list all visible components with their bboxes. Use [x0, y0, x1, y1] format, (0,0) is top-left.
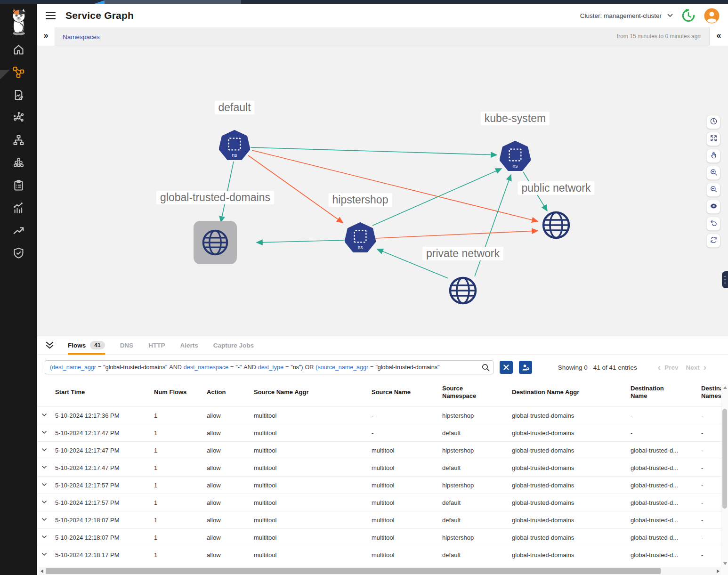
vertical-scroll-thumb[interactable]	[722, 409, 727, 509]
tab-flows[interactable]: Flows41	[68, 336, 105, 355]
row-expand-chevron-icon[interactable]	[41, 517, 48, 524]
expand-panel-button[interactable]: »	[37, 25, 55, 46]
graph-node-default[interactable]: default ns	[219, 130, 250, 161]
scroll-right-arrow[interactable]	[717, 569, 720, 573]
sidebar-item-endpoints[interactable]	[12, 134, 25, 146]
flows-table-header: Start TimeNum FlowsActionSource Name Agg…	[37, 379, 728, 406]
graph-node-hipstershop[interactable]: hipstershop ns	[345, 222, 376, 253]
row-expand-chevron-icon[interactable]	[41, 500, 48, 507]
user-gear-icon	[522, 364, 530, 372]
flow-row[interactable]: 5-10-2024 12:17:47 PM1allowmultitoolmult…	[37, 459, 728, 476]
tab-label: Capture Jobs	[213, 342, 254, 349]
flow-cell: global-trusted-d...	[631, 447, 701, 454]
prev-chevron-icon[interactable]: ‹	[658, 364, 661, 371]
filter-query-input[interactable]: (dest_name_aggr="global-trusted-domains"…	[45, 360, 493, 374]
next-chevron-icon[interactable]: ›	[704, 364, 706, 371]
clock-button[interactable]	[706, 115, 720, 129]
row-expand-chevron-icon[interactable]	[41, 552, 48, 559]
graph-controls	[706, 115, 720, 248]
scroll-up-arrow[interactable]	[723, 386, 727, 389]
horizontal-scroll-thumb[interactable]	[46, 568, 661, 574]
filter-token: dest_namespace	[184, 364, 228, 371]
browser-active-tab	[105, 0, 241, 4]
tab-dns[interactable]: DNS	[120, 336, 134, 355]
tab-alerts[interactable]: Alerts	[180, 336, 198, 355]
tab-capture-jobs[interactable]: Capture Jobs	[213, 336, 254, 355]
collapse-panel-down-icon[interactable]	[45, 341, 54, 350]
app-header: Service Graph Cluster: management-cluste…	[37, 4, 728, 27]
fit-screen-icon	[710, 134, 718, 144]
flow-cell: allow	[207, 499, 254, 506]
flow-cell: -	[372, 429, 442, 437]
column-header: Destination Name Aggr	[512, 389, 631, 396]
flow-row[interactable]: 5-10-2024 12:17:57 PM1allowmultitoolmult…	[37, 494, 728, 511]
table-horizontal-scrollbar[interactable]	[39, 567, 721, 575]
tab-label: HTTP	[148, 342, 165, 349]
row-expand-chevron-icon[interactable]	[41, 535, 48, 542]
menu-icon[interactable]	[46, 10, 56, 21]
avatar[interactable]	[704, 8, 720, 24]
flow-cell: -	[701, 412, 721, 419]
fit-screen-button[interactable]	[706, 132, 720, 146]
next-button[interactable]: Next	[686, 364, 699, 371]
sidebar-item-service-graph[interactable]	[12, 66, 25, 79]
flow-row[interactable]: 5-10-2024 12:17:57 PM1allowmultitoolmult…	[37, 476, 728, 494]
row-expand-chevron-icon[interactable]	[41, 447, 48, 454]
column-header: Action	[207, 389, 254, 396]
sidebar-item-clusters[interactable]	[12, 156, 25, 169]
graph-node-private-network[interactable]: private network	[448, 276, 477, 305]
pan-button[interactable]	[706, 149, 720, 163]
sidebar-item-timeline[interactable]	[12, 224, 25, 237]
flow-row[interactable]: 5-10-2024 12:18:17 PM1allowmultitoolmult…	[37, 546, 728, 563]
graph-node-kube-system[interactable]: kube-system ns	[500, 141, 531, 172]
prev-button[interactable]: Prev	[664, 364, 678, 371]
sidebar-item-dashboard-stats[interactable]	[12, 202, 25, 214]
flow-cell: default	[442, 517, 512, 524]
scroll-down-arrow[interactable]	[723, 562, 727, 565]
flow-row[interactable]: 5-10-2024 12:17:36 PM1allowmultitool-hip…	[37, 406, 728, 424]
row-expand-chevron-icon[interactable]	[41, 482, 48, 489]
flow-row[interactable]: 5-10-2024 12:17:47 PM1allowmultitool-def…	[37, 424, 728, 441]
cluster-selector[interactable]: Cluster: management-cluster	[580, 12, 673, 19]
graph-node-public-network[interactable]: public network	[542, 211, 571, 240]
zoom-out-button[interactable]	[706, 183, 720, 197]
visibility-button[interactable]	[706, 200, 720, 214]
flow-row[interactable]: 5-10-2024 12:18:07 PM1allowmultitoolmult…	[37, 511, 728, 528]
filter-settings-button[interactable]	[519, 361, 532, 374]
table-vertical-scrollbar[interactable]	[721, 384, 728, 567]
collapse-panel-button[interactable]: «	[709, 25, 728, 46]
clear-filter-button[interactable]	[500, 361, 513, 374]
sidebar-item-home[interactable]	[12, 43, 25, 56]
refresh-button[interactable]	[706, 234, 720, 248]
graph-node-global-trusted-domains[interactable]: global-trusted-domains	[194, 221, 237, 264]
row-expand-chevron-icon[interactable]	[41, 413, 48, 420]
breadcrumb[interactable]: Namespaces	[63, 33, 100, 40]
service-graph-canvas[interactable]: default nskube-system nshipstershop nsgl…	[37, 46, 728, 336]
browser-tab-accent	[89, 0, 105, 4]
sidebar-item-compliance[interactable]	[12, 179, 25, 192]
scroll-left-arrow[interactable]	[40, 569, 43, 573]
undo-button[interactable]	[706, 217, 720, 231]
sidebar-item-policies[interactable]	[12, 89, 25, 101]
tab-badge: 41	[90, 341, 105, 349]
row-expand-chevron-icon[interactable]	[41, 465, 48, 472]
flow-cell: multitool	[254, 534, 372, 541]
svg-text:ns: ns	[232, 153, 237, 158]
sidebar-item-flow-visualizer[interactable]	[12, 111, 25, 124]
row-expand-chevron-icon[interactable]	[41, 430, 48, 437]
history-icon[interactable]	[681, 8, 696, 23]
flow-cell: multitool	[254, 429, 372, 437]
column-header: Source Namespace	[442, 385, 512, 400]
side-panel-handle[interactable]	[722, 271, 728, 288]
flow-row[interactable]: 5-10-2024 12:17:47 PM1allowmultitoolmult…	[37, 441, 728, 459]
sidebar-item-threat-defense[interactable]	[12, 247, 25, 259]
flow-cell: 5-10-2024 12:17:57 PM	[55, 482, 154, 489]
flow-cell: global-trusted-d...	[631, 534, 701, 541]
search-icon[interactable]	[482, 364, 490, 372]
flow-row[interactable]: 5-10-2024 12:18:07 PM1allowmultitoolmult…	[37, 528, 728, 546]
filter-token: "-"	[235, 364, 242, 371]
zoom-in-button[interactable]	[706, 166, 720, 180]
flow-cell: 5-10-2024 12:18:17 PM	[55, 551, 154, 559]
flows-table-body: 5-10-2024 12:17:36 PM1allowmultitool-hip…	[37, 406, 728, 563]
tab-http[interactable]: HTTP	[148, 336, 165, 355]
